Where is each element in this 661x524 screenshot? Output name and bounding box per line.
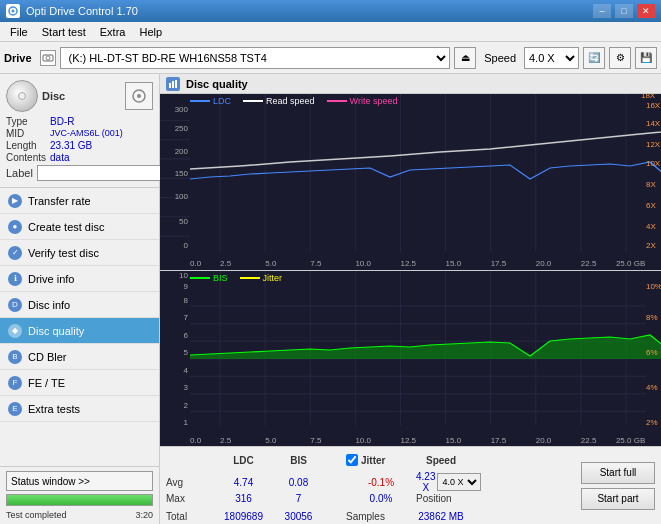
stats-header-speed: Speed [416, 455, 466, 466]
disc-info-icon: D [8, 298, 22, 312]
minimize-button[interactable]: – [593, 4, 611, 18]
nav-label-cd-bler: CD Bler [28, 351, 67, 363]
sidebar-item-cd-bler[interactable]: B CD Bler [0, 344, 159, 370]
status-text: Test completed [6, 510, 67, 520]
svg-point-5 [137, 94, 141, 98]
content-area: Disc quality LDC Read speed [160, 74, 661, 524]
create-test-disc-icon: ● [8, 220, 22, 234]
svg-text:25.0 GB: 25.0 GB [616, 259, 645, 268]
label-label: Label [6, 167, 33, 179]
speed-value: 4.23 X [416, 471, 435, 493]
svg-text:10%: 10% [646, 281, 661, 290]
bottom-chart-svg: 1 2 3 4 5 6 7 8 9 10 2% 4% 6% 8% 10% [160, 271, 661, 447]
disc-action-btn[interactable] [125, 82, 153, 110]
svg-text:50: 50 [179, 217, 188, 226]
menu-help[interactable]: Help [133, 24, 168, 40]
svg-text:10.0: 10.0 [355, 435, 371, 444]
fe-te-icon: F [8, 376, 22, 390]
svg-text:15.0: 15.0 [446, 259, 462, 268]
app-title: Opti Drive Control 1.70 [26, 5, 138, 17]
svg-text:6X: 6X [646, 201, 656, 210]
menu-start-test[interactable]: Start test [36, 24, 92, 40]
svg-rect-8 [175, 80, 177, 88]
svg-text:20.0: 20.0 [536, 259, 552, 268]
svg-text:300: 300 [175, 105, 189, 114]
start-part-button[interactable]: Start part [581, 488, 655, 510]
svg-text:22.5: 22.5 [581, 435, 597, 444]
svg-point-1 [12, 10, 15, 13]
close-button[interactable]: ✕ [637, 4, 655, 18]
top-chart: LDC Read speed Write speed [160, 94, 661, 271]
svg-text:2.5: 2.5 [220, 259, 232, 268]
mid-value: JVC-AMS6L (001) [50, 128, 153, 139]
svg-text:7.5: 7.5 [310, 259, 322, 268]
drive-icon [40, 50, 56, 66]
svg-text:12.5: 12.5 [400, 259, 416, 268]
legend-ldc: LDC [213, 96, 231, 106]
menu-extra[interactable]: Extra [94, 24, 132, 40]
jitter-checkbox[interactable] [346, 454, 358, 466]
svg-rect-6 [169, 83, 171, 88]
save-button[interactable]: 💾 [635, 47, 657, 69]
nav-section: ▶ Transfer rate ● Create test disc ✓ Ver… [0, 188, 159, 422]
contents-value: data [50, 152, 153, 163]
eject-button[interactable]: ⏏ [454, 47, 476, 69]
svg-text:7.5: 7.5 [310, 435, 322, 444]
sidebar-item-disc-info[interactable]: D Disc info [0, 292, 159, 318]
legend-read-speed: Read speed [266, 96, 315, 106]
svg-text:6%: 6% [646, 348, 658, 357]
svg-text:2X: 2X [646, 241, 656, 250]
avg-label: Avg [166, 477, 216, 488]
nav-label-extra-tests: Extra tests [28, 403, 80, 415]
svg-text:0.0: 0.0 [190, 435, 202, 444]
svg-text:2%: 2% [646, 418, 658, 427]
transfer-rate-icon: ▶ [8, 194, 22, 208]
length-label: Length [6, 140, 46, 151]
sidebar-item-fe-te[interactable]: F FE / TE [0, 370, 159, 396]
svg-text:15.0: 15.0 [446, 435, 462, 444]
svg-text:9: 9 [184, 281, 189, 290]
sidebar-item-drive-info[interactable]: ℹ Drive info [0, 266, 159, 292]
start-full-button[interactable]: Start full [581, 462, 655, 484]
speed-selector[interactable]: 4.0 X [524, 47, 579, 69]
svg-text:17.5: 17.5 [491, 435, 507, 444]
svg-text:7: 7 [184, 313, 189, 322]
progress-bar-container [6, 494, 153, 506]
svg-text:0.0: 0.0 [190, 259, 202, 268]
top-chart-legend: LDC Read speed Write speed [190, 96, 397, 106]
charts-wrapper: LDC Read speed Write speed [160, 94, 661, 446]
progress-bar-fill [7, 495, 152, 505]
label-input[interactable] [37, 165, 170, 181]
svg-text:200: 200 [175, 147, 189, 156]
disc-quality-icon: ◆ [8, 324, 22, 338]
svg-text:5.0: 5.0 [265, 259, 277, 268]
drive-info-icon: ℹ [8, 272, 22, 286]
chart-title: Disc quality [186, 78, 248, 90]
stats-header-jitter: Jitter [346, 454, 416, 466]
sidebar-item-verify-test-disc[interactable]: ✓ Verify test disc [0, 240, 159, 266]
sidebar-item-disc-quality[interactable]: ◆ Disc quality [0, 318, 159, 344]
status-window-button[interactable]: Status window >> [6, 471, 153, 491]
drive-selector[interactable]: (K:) HL-DT-ST BD-RE WH16NS58 TST4 [60, 47, 451, 69]
svg-text:17.5: 17.5 [491, 259, 507, 268]
sidebar-item-extra-tests[interactable]: E Extra tests [0, 396, 159, 422]
sidebar-item-transfer-rate[interactable]: ▶ Transfer rate [0, 188, 159, 214]
menu-file[interactable]: File [4, 24, 34, 40]
maximize-button[interactable]: □ [615, 4, 633, 18]
config-button[interactable]: ⚙ [609, 47, 631, 69]
svg-text:12X: 12X [646, 140, 661, 149]
sidebar-item-create-test-disc[interactable]: ● Create test disc [0, 214, 159, 240]
svg-text:10: 10 [179, 271, 188, 280]
total-bis: 30056 [271, 511, 326, 522]
top-chart-svg: 0 50 100 150 200 250 300 2X 4X 6X 8X 10X… [160, 94, 661, 270]
svg-text:16X: 16X [646, 101, 661, 110]
max-jitter: 0.0% [346, 493, 416, 504]
svg-text:5: 5 [184, 348, 189, 357]
avg-bis: 0.08 [271, 477, 326, 488]
svg-text:4X: 4X [646, 222, 656, 231]
avg-ldc: 4.74 [216, 477, 271, 488]
svg-text:6: 6 [184, 330, 189, 339]
refresh-button[interactable]: 🔄 [583, 47, 605, 69]
status-time: 3:20 [135, 510, 153, 520]
speed-select-small[interactable]: 4.0 X [437, 473, 481, 491]
